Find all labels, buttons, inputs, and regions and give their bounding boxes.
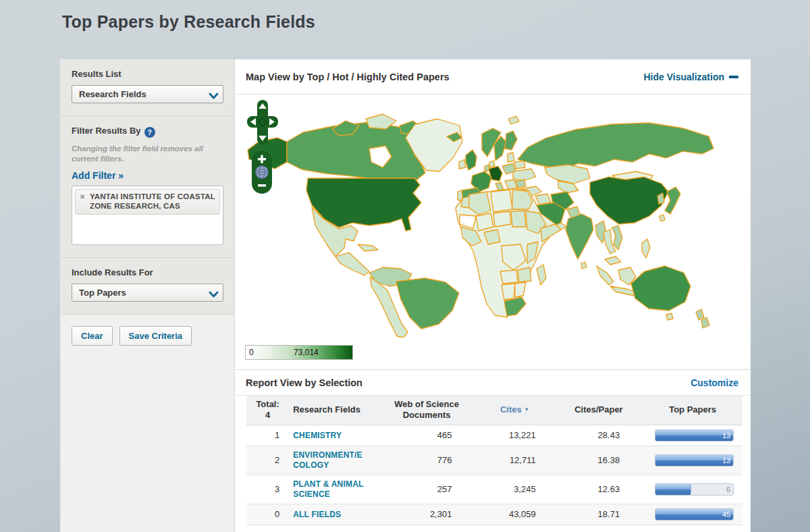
map-pan-control[interactable] — [246, 100, 279, 144]
map-zoom-control[interactable] — [251, 150, 273, 194]
cites-per-paper-cell: 12.63 — [555, 475, 643, 504]
documents-cell: 257 — [379, 475, 475, 504]
globe-icon — [256, 166, 269, 179]
map-title: Map View by Top / Hot / Highly Cited Pap… — [246, 72, 450, 82]
column-cites-per-paper: Cites/Paper — [555, 396, 643, 425]
report-table: Total:4 Research Fields Web of Science D… — [246, 396, 742, 525]
filter-note: Changing the filter field removes all cu… — [72, 144, 223, 164]
table-row: 1 CHEMISTRY 465 13,221 28.43 13 — [246, 425, 742, 446]
filter-results-label: Filter Results By? — [72, 126, 223, 138]
field-link[interactable]: ENVIRONMENT/ECOLOGY — [293, 450, 364, 471]
table-row: 0 ALL FIELDS 2,301 43,059 18.71 45 — [246, 504, 742, 525]
results-list-label: Results List — [72, 69, 223, 79]
legend-min: 0 — [249, 348, 254, 357]
world-map[interactable] — [244, 108, 716, 338]
map-section-header: Map View by Top / Hot / Highly Cited Pap… — [236, 59, 751, 95]
cites-cell: 12,711 — [475, 446, 554, 475]
page-title: Top Papers by Research Fields — [62, 12, 315, 32]
map-visualization: 0 73,014 — [236, 95, 751, 369]
column-documents: Web of Science Documents — [379, 396, 475, 425]
rank-cell: 0 — [246, 504, 289, 525]
rank-cell: 1 — [246, 425, 289, 446]
results-list-dropdown[interactable]: Research Fields — [72, 85, 223, 103]
top-papers-bar: 45 — [655, 508, 734, 521]
cites-cell: 43,059 — [475, 504, 554, 525]
documents-cell: 465 — [379, 425, 475, 446]
filter-results-section: Filter Results By? Changing the filter f… — [61, 116, 234, 258]
active-filters-box: ✕ YANTAI INSTITUTE OF COASTAL ZONE RESEA… — [72, 186, 223, 245]
map-legend: 0 73,014 — [245, 345, 353, 360]
total-header: Total:4 — [246, 396, 289, 425]
legend-max: 73,014 — [294, 348, 319, 357]
filter-chip-label: YANTAI INSTITUTE OF COASTAL ZONE RESEARC… — [90, 192, 215, 211]
cites-cell: 3,245 — [475, 475, 554, 504]
add-filter-link[interactable]: Add Filter » — [72, 170, 124, 181]
hide-visualization-link[interactable]: Hide Visualization — [643, 72, 738, 82]
sort-desc-icon: ▼ — [524, 406, 529, 413]
documents-cell: 776 — [379, 446, 475, 475]
customize-link[interactable]: Customize — [691, 377, 738, 388]
results-list-selected: Research Fields — [79, 89, 146, 99]
report-title: Report View by Selection — [246, 377, 362, 388]
documents-cell: 2,301 — [379, 504, 475, 525]
chevron-down-icon — [209, 289, 219, 301]
field-link[interactable]: ALL FIELDS — [293, 510, 364, 520]
filters-sidebar: Results List Research Fields Filter Resu… — [61, 59, 235, 532]
chevron-down-icon — [209, 90, 219, 103]
clear-button[interactable]: Clear — [72, 326, 113, 346]
table-header-row: Total:4 Research Fields Web of Science D… — [246, 396, 742, 425]
minus-icon — [729, 76, 738, 78]
sidebar-buttons: Clear Save Criteria — [61, 315, 234, 357]
table-row: 2 ENVIRONMENT/ECOLOGY 776 12,711 16.38 1… — [246, 446, 742, 475]
cites-per-paper-cell: 28.43 — [555, 425, 643, 446]
rank-cell: 2 — [246, 446, 289, 475]
include-results-section: Include Results For Top Papers — [61, 258, 234, 315]
top-papers-bar: 13 — [655, 429, 734, 442]
include-results-label: Include Results For — [72, 267, 223, 277]
remove-filter-icon[interactable]: ✕ — [80, 193, 85, 201]
column-research-fields: Research Fields — [289, 396, 379, 425]
column-top-papers: Top Papers — [643, 396, 742, 425]
zoom-out-icon — [258, 184, 266, 186]
report-section-header: Report View by Selection Customize — [236, 369, 751, 396]
table-row: 3 PLANT & ANIMAL SCIENCE 257 3,245 12.63… — [246, 475, 742, 504]
cites-cell: 13,221 — [475, 425, 554, 446]
include-results-dropdown[interactable]: Top Papers — [72, 284, 223, 302]
content-card: Results List Research Fields Filter Resu… — [61, 59, 751, 532]
field-link[interactable]: CHEMISTRY — [293, 431, 364, 441]
main-panel: Map View by Top / Hot / Highly Cited Pap… — [236, 59, 751, 532]
field-link[interactable]: PLANT & ANIMAL SCIENCE — [293, 479, 364, 500]
column-cites-sort[interactable]: Cites ▼ — [475, 396, 554, 425]
top-papers-bar: 13 — [655, 454, 734, 467]
cites-per-paper-cell: 18.71 — [555, 504, 643, 525]
results-list-section: Results List Research Fields — [61, 59, 234, 116]
cites-per-paper-cell: 16.38 — [555, 446, 643, 475]
filter-chip[interactable]: ✕ YANTAI INSTITUTE OF COASTAL ZONE RESEA… — [75, 189, 220, 215]
rank-cell: 3 — [246, 475, 289, 504]
include-results-selected: Top Papers — [79, 288, 126, 298]
top-papers-bar: 6 — [655, 483, 734, 496]
help-icon[interactable]: ? — [144, 127, 155, 138]
save-criteria-button[interactable]: Save Criteria — [119, 326, 192, 346]
map-controls — [246, 100, 281, 197]
